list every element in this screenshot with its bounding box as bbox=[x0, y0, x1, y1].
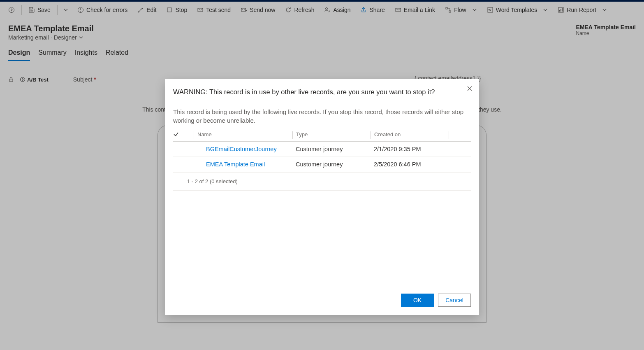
row-indent bbox=[173, 146, 202, 152]
table-header: Name Type Created on bbox=[173, 129, 471, 142]
close-button[interactable] bbox=[467, 86, 473, 91]
row-type: Customer journey bbox=[292, 161, 371, 168]
check-icon bbox=[173, 131, 179, 137]
modal-overlay: WARNING: This record is in use by other … bbox=[0, 0, 644, 350]
column-created-header[interactable]: Created on bbox=[371, 131, 449, 139]
column-type-header[interactable]: Type bbox=[292, 131, 371, 139]
row-created: 2/1/2020 9:35 PM bbox=[371, 146, 449, 152]
row-name-link[interactable]: BGEmailCustomerJourney bbox=[202, 146, 292, 152]
dialog-footer: OK Cancel bbox=[173, 287, 471, 307]
cancel-button[interactable]: Cancel bbox=[438, 294, 471, 307]
table-row[interactable]: BGEmailCustomerJourney Customer journey … bbox=[173, 142, 471, 157]
column-name-header[interactable]: Name bbox=[194, 131, 292, 139]
table-row[interactable]: EMEA Template Email Customer journey 2/5… bbox=[173, 157, 471, 172]
dialog-description: This record is being used by the followi… bbox=[173, 107, 471, 125]
pagination-info: 1 - 2 of 2 (0 selected) bbox=[173, 173, 471, 191]
warning-dialog: WARNING: This record is in use by other … bbox=[165, 79, 479, 315]
row-name-link[interactable]: EMEA Template Email bbox=[202, 161, 292, 168]
row-created: 2/5/2020 6:46 PM bbox=[371, 161, 449, 168]
row-type: Customer journey bbox=[292, 146, 371, 152]
row-indent bbox=[173, 161, 202, 168]
dialog-title: WARNING: This record is in use by other … bbox=[173, 88, 459, 96]
close-icon bbox=[467, 86, 473, 91]
column-checkbox[interactable] bbox=[173, 131, 194, 139]
divider bbox=[449, 131, 449, 139]
ok-button[interactable]: OK bbox=[401, 294, 434, 307]
dialog-table: Name Type Created on BGEmailCustomerJour… bbox=[173, 129, 471, 173]
